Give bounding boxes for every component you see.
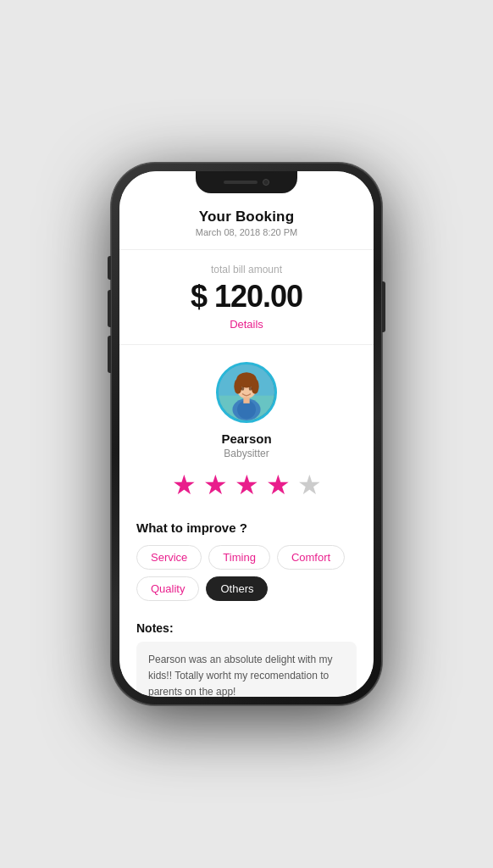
star-5[interactable]: ★ — [297, 471, 322, 498]
speaker — [224, 181, 258, 184]
tag-others[interactable]: Others — [206, 576, 268, 601]
bill-section: total bill amount $ 120.00 Details — [119, 250, 374, 345]
tag-service[interactable]: Service — [136, 545, 202, 570]
phone-screen-area: Your Booking March 08, 2018 8:20 PM tota… — [119, 171, 374, 697]
sitter-role: Babysitter — [224, 448, 269, 459]
star-3[interactable]: ★ — [235, 471, 259, 498]
improve-title: What to improve ? — [136, 520, 357, 535]
volume-down-button — [108, 336, 111, 373]
notch — [196, 171, 297, 193]
header-section: Your Booking March 08, 2018 8:20 PM — [119, 197, 374, 250]
notes-section: Notes: Pearson was an absolute delight w… — [119, 608, 374, 697]
tag-timing[interactable]: Timing — [208, 545, 270, 570]
tags-row-1: Service Timing Comfort — [136, 545, 357, 570]
svg-point-9 — [249, 387, 252, 391]
star-2[interactable]: ★ — [203, 471, 228, 498]
avatar — [216, 362, 277, 423]
power-button — [382, 281, 385, 332]
notes-label: Notes: — [136, 621, 357, 635]
svg-rect-10 — [243, 398, 249, 403]
page-title: Your Booking — [136, 209, 357, 225]
sitter-name: Pearson — [221, 431, 271, 446]
svg-point-7 — [252, 379, 259, 394]
tag-quality[interactable]: Quality — [136, 576, 199, 601]
volume-up-button — [108, 290, 111, 327]
bill-amount: $ 120.00 — [136, 279, 357, 314]
tags-row-2: Quality Others — [136, 576, 357, 601]
bill-label: total bill amount — [136, 264, 357, 275]
front-camera — [263, 179, 269, 186]
mute-button — [108, 256, 111, 280]
svg-point-8 — [241, 387, 245, 391]
avatar-image — [219, 362, 274, 423]
details-link[interactable]: Details — [136, 318, 357, 331]
star-1[interactable]: ★ — [172, 471, 197, 498]
tag-comfort[interactable]: Comfort — [277, 545, 345, 570]
rating-stars[interactable]: ★ ★ ★ ★ ★ — [172, 471, 322, 498]
phone-frame: Your Booking March 08, 2018 8:20 PM tota… — [111, 163, 382, 705]
booking-date: March 08, 2018 8:20 PM — [136, 227, 357, 237]
improve-section: What to improve ? Service Timing Comfort… — [119, 512, 374, 601]
svg-point-6 — [234, 379, 241, 394]
screen-content: Your Booking March 08, 2018 8:20 PM tota… — [119, 171, 374, 697]
star-4[interactable]: ★ — [266, 471, 291, 498]
notes-text: Pearson was an absolute delight with my … — [136, 642, 357, 697]
profile-section: Pearson Babysitter ★ ★ ★ ★ ★ — [119, 345, 374, 512]
